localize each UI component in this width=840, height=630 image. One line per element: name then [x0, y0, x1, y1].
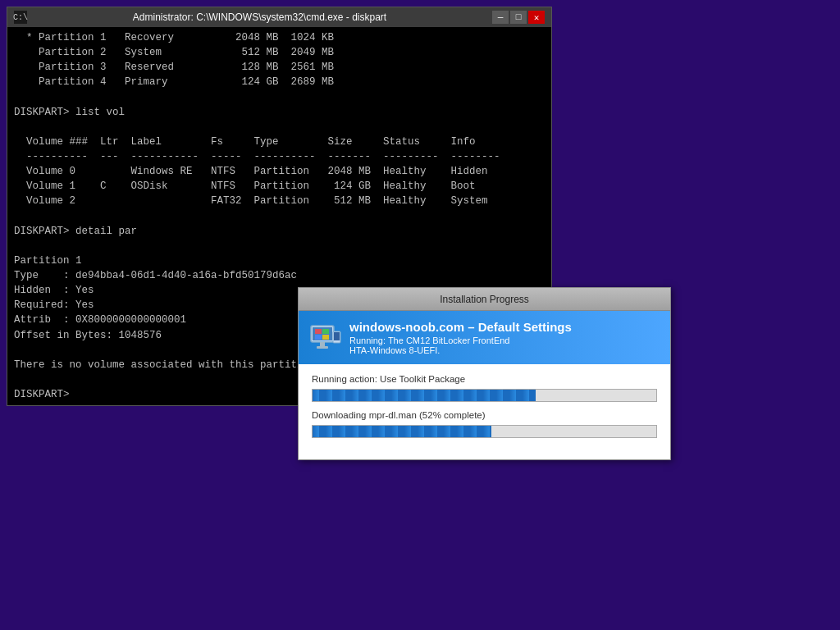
svg-rect-6 [320, 342, 325, 346]
svg-rect-7 [317, 346, 328, 349]
cmd-window-buttons: — □ ✕ [492, 11, 545, 24]
install-header-subtitle1: Running: The CM12 BitLocker FrontEnd [349, 336, 660, 345]
progress-bar-2-fill [313, 426, 491, 437]
install-download-label: Downloading mpr-dl.man (52% complete) [312, 410, 657, 420]
cmd-titlebar: C:\ Administrator: C:\WINDOWS\system32\c… [7, 7, 551, 27]
cmd-title: Administrator: C:\WINDOWS\system32\cmd.e… [27, 11, 492, 23]
svg-rect-4 [315, 335, 322, 340]
install-header-text: windows-noob.com – Default Settings Runn… [349, 320, 660, 355]
maximize-button[interactable]: □ [510, 11, 527, 24]
install-titlebar: Installation Progress [299, 288, 670, 311]
install-content: Running action: Use Toolkit Package Down… [299, 364, 670, 459]
svg-rect-5 [322, 335, 329, 340]
install-dialog: Installation Progress [298, 287, 671, 460]
install-body: windows-noob.com – Default Settings Runn… [299, 311, 670, 459]
progress-bar-1-container [312, 389, 657, 402]
close-button[interactable]: ✕ [528, 11, 545, 24]
install-header-title: windows-noob.com – Default Settings [349, 320, 660, 334]
install-header-bar: windows-noob.com – Default Settings Runn… [299, 311, 670, 364]
install-action-label: Running action: Use Toolkit Package [312, 374, 657, 384]
cmd-icon: C:\ [14, 11, 27, 24]
progress-bar-2-container [312, 425, 657, 438]
install-icon [308, 322, 341, 354]
svg-rect-3 [322, 329, 329, 334]
progress-bar-1-fill [313, 390, 536, 401]
install-header-subtitle2: HTA-Windows 8-UEFI. [349, 345, 660, 355]
svg-rect-2 [315, 329, 322, 334]
minimize-button[interactable]: — [492, 11, 509, 24]
svg-rect-9 [334, 332, 340, 340]
install-dialog-title: Installation Progress [440, 294, 529, 305]
